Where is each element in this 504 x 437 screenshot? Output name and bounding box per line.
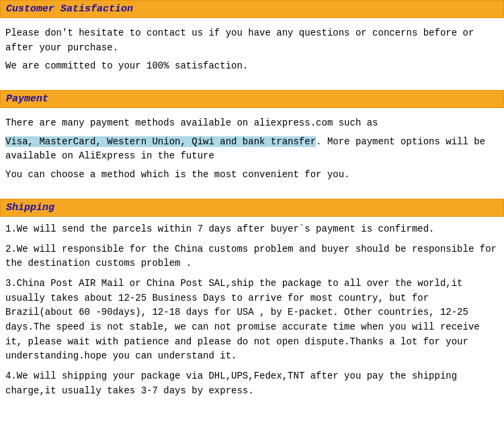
shipping-item-3: 3.China Post AIR Mail or China Post SAL,… [5, 277, 499, 364]
shipping-item-1-text: We will send the parcels within 7 days a… [17, 224, 435, 234]
shipping-item-2-number: 2. [5, 244, 17, 254]
customer-satisfaction-header: Customer Satisfaction [0, 0, 504, 18]
payment-intro-text: There are many payment methods available… [5, 117, 378, 128]
payment-title: Payment [6, 93, 48, 105]
shipping-item-3-text: China Post AIR Mail or China Post SAL,sh… [5, 278, 480, 361]
customer-satisfaction-para-1: Please don't hesitate to contact us if y… [5, 26, 499, 55]
shipping-item-4-text: We will shipping your package via DHL,UP… [5, 371, 457, 396]
shipping-header: Shipping [0, 199, 504, 217]
shipping-section: Shipping 1.We will send the parcels with… [0, 199, 504, 399]
payment-intro: There are many payment methods available… [5, 116, 499, 131]
shipping-item-1: 1.We will send the parcels within 7 days… [5, 222, 499, 237]
customer-satisfaction-title: Customer Satisfaction [6, 3, 133, 15]
payment-content: There are many payment methods available… [0, 113, 504, 192]
payment-section: Payment There are many payment methods a… [0, 90, 504, 192]
payment-extra: You can choose a method which is the mos… [5, 168, 499, 183]
shipping-item-1-number: 1. [5, 224, 17, 234]
shipping-item-2: 2.We will responsible for the China cust… [5, 242, 499, 271]
shipping-item-4-number: 4. [5, 371, 17, 381]
shipping-title: Shipping [6, 202, 54, 213]
customer-satisfaction-section: Customer Satisfaction Please don't hesit… [0, 0, 504, 83]
shipping-item-2-text: We will responsible for the China custom… [5, 244, 497, 269]
payment-highlight: Visa, MasterCard, Western Union, Qiwi an… [5, 136, 316, 147]
shipping-item-3-number: 3. [5, 278, 17, 289]
shipping-list: 1.We will send the parcels within 7 days… [0, 222, 504, 399]
customer-satisfaction-content: Please don't hesitate to contact us if y… [0, 23, 504, 83]
shipping-item-4: 4.We will shipping your package via DHL,… [5, 369, 499, 398]
payment-header: Payment [0, 90, 504, 108]
payment-methods: Visa, MasterCard, Western Union, Qiwi an… [5, 135, 499, 164]
customer-satisfaction-para-2: We are committed to your 100% satisfacti… [5, 59, 499, 74]
